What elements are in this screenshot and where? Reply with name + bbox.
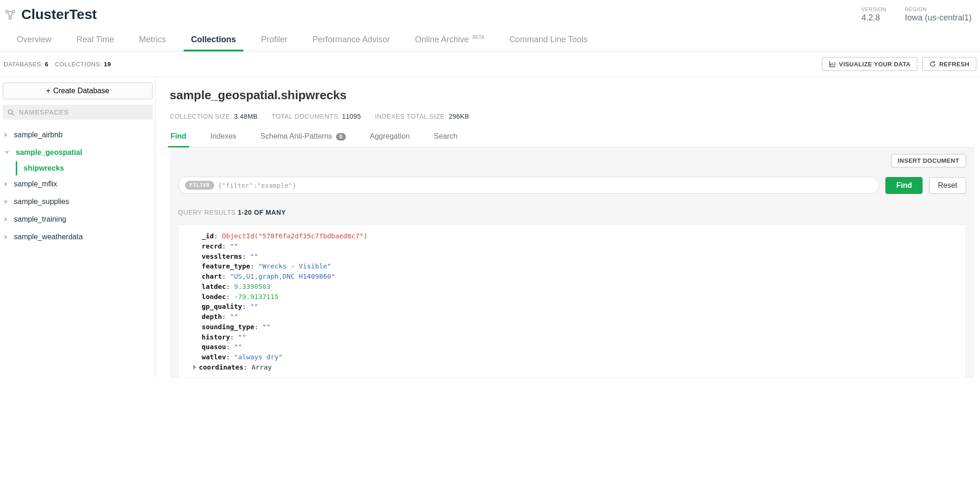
filter-input-box[interactable]: FILTER {"filter":"example"} (178, 177, 879, 194)
insert-document-label: INSERT DOCUMENT (898, 157, 959, 164)
collection-size-value: 3.48MB (234, 113, 258, 120)
tab-metrics[interactable]: Metrics (137, 31, 168, 51)
collections-count: 19 (104, 61, 111, 68)
cluster-name[interactable]: ClusterTest (21, 6, 97, 22)
search-icon (7, 108, 14, 116)
collection-stats: COLLECTION SIZE: 3.48MB TOTAL DOCUMENTS:… (170, 113, 974, 120)
field-depth: depth: "" (202, 312, 966, 322)
version-value: 4.2.8 (861, 13, 886, 23)
field-chart: chart: "US,U1,graph,DNC H1409860" (202, 272, 966, 282)
create-database-button[interactable]: + Create Database (3, 83, 153, 99)
query-results-label: QUERY RESULTS 1-20 OF MANY (178, 209, 966, 216)
field-watlev: watlev: "always dry" (202, 352, 966, 363)
db-item-sample-weatherdata[interactable]: sample_weatherdata (3, 228, 153, 246)
collection-title: sample_geospatial.shipwrecks (170, 88, 974, 102)
document-card[interactable]: _id: ObjectId("578f6fa2df35c7fbdbaed8c7"… (178, 224, 966, 378)
db-item-sample-geospatial[interactable]: sample_geospatial (3, 144, 153, 161)
header: ClusterTest VERSION 4.2.8 REGION Iowa (u… (0, 0, 980, 26)
databases-label: DATABASES: (4, 61, 43, 68)
tab-online-archive-label: Online Archive (415, 35, 469, 44)
query-results-text: QUERY RESULTS (178, 209, 236, 216)
field-vesslterms: vesslterms: "" (202, 252, 966, 262)
visualize-data-label: VISUALIZE YOUR DATA (839, 61, 910, 68)
filter-row: FILTER {"filter":"example"} Find Reset (178, 177, 966, 194)
db-label: sample_airbnb (14, 131, 63, 139)
find-button[interactable]: Find (885, 177, 923, 194)
field-gp-quality: gp_quality: "" (202, 302, 966, 312)
summary-bar: DATABASES: 6 COLLECTIONS: 19 VISUALIZE Y… (0, 51, 980, 77)
db-item-sample-mflix[interactable]: sample_mflix (3, 175, 153, 193)
indexes-size-label: INDEXES TOTAL SIZE: (375, 113, 447, 120)
namespaces-input[interactable] (19, 108, 148, 116)
filter-placeholder: {"filter":"example"} (218, 182, 296, 189)
subtab-aggregation[interactable]: Aggregation (369, 129, 411, 147)
db-item-sample-training[interactable]: sample_training (3, 211, 153, 228)
insert-document-button[interactable]: INSERT DOCUMENT (891, 154, 966, 167)
sidebar: + Create Database sample_airbnb sample_g… (0, 77, 156, 378)
main-panel: sample_geospatial.shipwrecks COLLECTION … (156, 77, 980, 378)
caret-right-icon (193, 365, 196, 370)
indexes-size-value: 296KB (449, 113, 469, 120)
field-latdec: latdec: 9.3390503 (202, 282, 966, 292)
tab-overview[interactable]: Overview (15, 31, 53, 51)
chart-icon (829, 60, 836, 68)
region-label: REGION (905, 6, 972, 12)
collection-subtabs: Find Indexes Schema Anti-Patterns 0 Aggr… (170, 129, 974, 147)
subtab-search[interactable]: Search (433, 129, 458, 147)
beta-badge: BETA (472, 35, 484, 40)
databases-count: 6 (45, 61, 49, 68)
filter-tag: FILTER (185, 181, 214, 190)
field-id: _id: ObjectId("578f6fa2df35c7fbdbaed8c7"… (202, 231, 966, 242)
reset-button[interactable]: Reset (929, 177, 966, 194)
field-coordinates[interactable]: coordinates: Array (202, 363, 966, 373)
schema-badge: 0 (336, 133, 346, 140)
subtab-schema-anti-patterns[interactable]: Schema Anti-Patterns 0 (260, 129, 347, 147)
db-item-sample-airbnb[interactable]: sample_airbnb (3, 126, 153, 144)
caret-right-icon (5, 133, 7, 137)
db-label: sample_weatherdata (14, 233, 83, 241)
total-documents-value: 11095 (342, 113, 361, 120)
create-database-label: Create Database (53, 87, 109, 95)
db-label: sample_training (14, 215, 66, 223)
caret-right-icon (5, 199, 7, 204)
field-history: history: "" (202, 332, 966, 343)
namespaces-search[interactable] (3, 105, 153, 120)
db-item-sample-supplies[interactable]: sample_supplies (3, 193, 153, 211)
work-area: INSERT DOCUMENT FILTER {"filter":"exampl… (170, 147, 974, 378)
tab-collections[interactable]: Collections (189, 31, 238, 51)
field-quasou: quasou: "" (202, 342, 966, 352)
database-list: sample_airbnb sample_geospatial shipwrec… (3, 126, 153, 246)
visualize-data-button[interactable]: VISUALIZE YOUR DATA (822, 57, 917, 71)
region-block: REGION Iowa (us-central1) (905, 6, 972, 23)
subtab-find[interactable]: Find (170, 129, 187, 147)
field-londec: londec: -79.9137115 (202, 292, 966, 302)
refresh-label: REFRESH (939, 61, 969, 68)
nav-tabs: Overview Real Time Metrics Collections P… (0, 26, 980, 51)
plus-icon: + (46, 87, 50, 95)
version-label: VERSION (861, 6, 886, 12)
svg-point-2 (9, 17, 11, 19)
cluster-icon (4, 8, 17, 21)
field-sounding-type: sounding_type: "" (202, 322, 966, 332)
caret-right-icon (5, 235, 7, 239)
query-results-range: 1-20 OF MANY (238, 209, 286, 216)
collections-label: COLLECTIONS: (55, 61, 102, 68)
db-label: sample_geospatial (16, 148, 82, 157)
subtab-indexes[interactable]: Indexes (210, 129, 237, 147)
db-label: sample_supplies (14, 198, 69, 206)
region-value: Iowa (us-central1) (905, 13, 972, 23)
collection-item-shipwrecks[interactable]: shipwrecks (16, 161, 153, 175)
tab-realtime[interactable]: Real Time (75, 31, 116, 51)
svg-point-3 (8, 109, 13, 114)
db-label: sample_mflix (14, 180, 57, 188)
caret-right-icon (5, 217, 7, 222)
tab-performance-advisor[interactable]: Performance Advisor (311, 31, 392, 51)
collection-size-label: COLLECTION SIZE: (170, 113, 232, 120)
refresh-icon (929, 60, 936, 68)
tab-cli-tools[interactable]: Command Line Tools (508, 31, 590, 51)
field-feature-type: feature_type: "Wrecks - Visible" (202, 262, 966, 272)
tab-online-archive[interactable]: Online Archive BETA (413, 31, 486, 51)
tab-profiler[interactable]: Profiler (259, 31, 289, 51)
caret-down-icon (5, 151, 9, 154)
refresh-button[interactable]: REFRESH (922, 57, 976, 71)
